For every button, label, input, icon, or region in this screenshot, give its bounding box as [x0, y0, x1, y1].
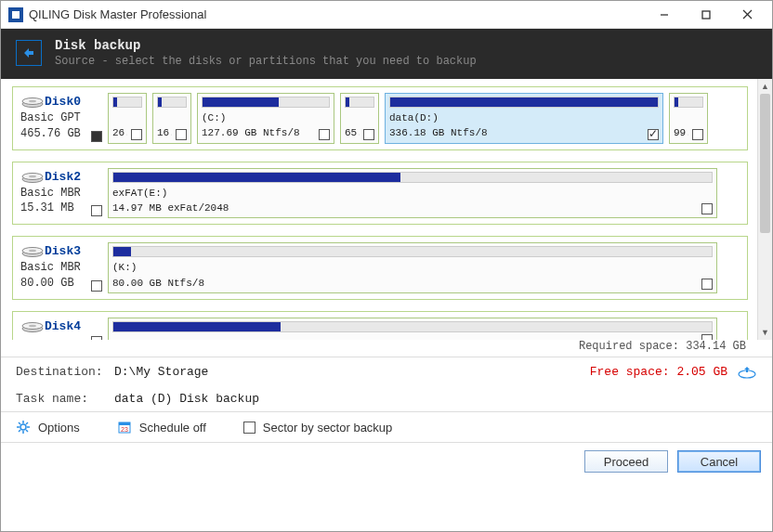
- gear-icon: [16, 420, 31, 435]
- destination-path[interactable]: D:\My Storage: [114, 365, 581, 379]
- partition-footer: 16.: [157, 127, 187, 139]
- disk-capacity: 80.00 GB: [20, 276, 102, 292]
- partition-row: (K:)80.00 GB Ntfs/8: [108, 242, 741, 293]
- partition[interactable]: 99.: [669, 93, 708, 144]
- sector-label: Sector by sector backup: [263, 421, 392, 435]
- disk-block: Disk3Basic MBR80.00 GB(K:)80.00 GB Ntfs/…: [12, 236, 748, 300]
- partition-checkbox[interactable]: [131, 129, 142, 140]
- svg-point-13: [29, 250, 36, 253]
- partition[interactable]: exFAT(E:)14.97 MB exFat/2048: [108, 168, 717, 219]
- partition-checkbox[interactable]: [701, 279, 713, 290]
- app-icon: [8, 7, 23, 22]
- disk-label-column: Disk2Basic MBR15.31 MB: [19, 168, 102, 219]
- partition-footer: 80.00 GB Ntfs/8: [112, 278, 713, 290]
- backup-icon: [16, 40, 42, 66]
- svg-line-23: [19, 422, 20, 424]
- partition-label: exFAT(E:): [112, 188, 713, 200]
- usage-bar: [112, 246, 713, 257]
- required-space-row: Required space: 334.14 GB: [1, 340, 757, 357]
- usage-bar: [112, 97, 142, 108]
- partition-label: (K:): [112, 262, 713, 274]
- schedule-button[interactable]: 23 Schedule off: [117, 420, 206, 435]
- vertical-scrollbar[interactable]: ▲ ▼: [757, 79, 772, 340]
- partition[interactable]: 65.: [340, 93, 379, 144]
- svg-text:23: 23: [121, 426, 128, 433]
- destination-label: Destination:: [16, 365, 105, 379]
- disk-icon: [20, 97, 45, 110]
- proceed-button[interactable]: Proceed: [584, 450, 668, 473]
- partition-size: 336.18 GB Ntfs/8: [389, 127, 488, 139]
- partition-size: 16.: [157, 127, 172, 139]
- partition-label: data(D:): [389, 112, 659, 124]
- usage-bar: [389, 97, 659, 108]
- page-header: Disk backup Source - select the disks or…: [1, 29, 772, 79]
- disk-block: Disk4: [12, 311, 748, 340]
- partition-checkbox[interactable]: [701, 203, 713, 214]
- scroll-up-arrow[interactable]: ▲: [758, 79, 772, 94]
- disk-label-column: Disk4: [19, 318, 102, 340]
- titlebar: QILING Disk Master Professional: [1, 1, 772, 29]
- partition-size: 14.97 MB exFat/2048: [112, 202, 229, 214]
- partition[interactable]: 26.: [108, 93, 147, 144]
- disk-list-panel: Disk0Basic GPT465.76 GB26.16.(C:)127.69 …: [1, 79, 772, 357]
- partition[interactable]: (K:)80.00 GB Ntfs/8: [108, 242, 717, 293]
- usage-bar: [674, 97, 703, 108]
- partition-checkbox[interactable]: [363, 129, 374, 140]
- destination-row: Destination: D:\My Storage Free space: 2…: [1, 357, 772, 384]
- partition-footer: 127.69 GB Ntfs/8: [202, 127, 330, 139]
- partition[interactable]: [108, 318, 717, 340]
- close-button[interactable]: [727, 2, 768, 28]
- required-space-value: 334.14 GB: [686, 340, 746, 353]
- disk-icon: [20, 173, 45, 186]
- disk-list: Disk0Basic GPT465.76 GB26.16.(C:)127.69 …: [1, 79, 757, 340]
- disk-capacity: 465.76 GB: [20, 126, 102, 142]
- maximize-button[interactable]: [685, 2, 727, 28]
- scroll-down-arrow[interactable]: ▼: [758, 325, 772, 340]
- partition-checkbox[interactable]: [319, 129, 330, 140]
- disk-name: Disk4: [45, 319, 81, 333]
- required-space-label: Required space:: [579, 340, 679, 353]
- partition-row: 26.16.(C:)127.69 GB Ntfs/865.data(D:)336…: [108, 93, 741, 144]
- disk-type: Basic MBR: [20, 186, 102, 201]
- free-space: Free space: 2.05 GB: [590, 365, 727, 379]
- partition-size: 127.69 GB Ntfs/8: [202, 127, 300, 139]
- partition-checkbox[interactable]: [176, 129, 187, 140]
- partition-footer: 14.97 MB exFat/2048: [112, 202, 713, 214]
- disk-icon: [20, 322, 45, 335]
- disk-checkbox[interactable]: [91, 205, 102, 216]
- partition-row: exFAT(E:)14.97 MB exFat/2048: [108, 168, 741, 219]
- partition-size: 65.: [345, 127, 360, 139]
- sector-checkbox[interactable]: [243, 422, 255, 434]
- task-name-row: Task name: data (D) Disk backup: [1, 384, 772, 411]
- svg-rect-28: [119, 422, 130, 425]
- disk-label-column: Disk3Basic MBR80.00 GB: [19, 242, 102, 293]
- minimize-button[interactable]: [643, 2, 685, 28]
- partition[interactable]: (C:)127.69 GB Ntfs/8: [197, 93, 334, 144]
- partition-checkbox[interactable]: [692, 129, 703, 140]
- partition-size: 99.: [674, 127, 688, 139]
- disk-name: Disk3: [45, 244, 81, 258]
- options-bar: Options 23 Schedule off Sector by sector…: [1, 411, 772, 442]
- disk-icon: [20, 247, 45, 260]
- usage-bar: [202, 97, 330, 108]
- svg-point-10: [29, 175, 36, 177]
- disk-block: Disk0Basic GPT465.76 GB26.16.(C:)127.69 …: [12, 86, 748, 150]
- options-button[interactable]: Options: [16, 420, 80, 435]
- svg-line-24: [26, 430, 28, 432]
- svg-line-26: [19, 430, 20, 432]
- sector-by-sector-option[interactable]: Sector by sector backup: [243, 421, 392, 435]
- task-name-value[interactable]: data (D) Disk backup: [114, 392, 757, 406]
- partition-checkbox[interactable]: [648, 129, 659, 140]
- cancel-button[interactable]: Cancel: [677, 450, 761, 473]
- partition[interactable]: 16.: [152, 93, 191, 144]
- partition[interactable]: data(D:)336.18 GB Ntfs/8: [385, 93, 663, 144]
- browse-destination-icon[interactable]: [737, 366, 757, 379]
- disk-type: Basic GPT: [20, 110, 102, 126]
- scroll-thumb[interactable]: [760, 94, 770, 233]
- svg-line-25: [26, 422, 28, 424]
- partition-footer: 99.: [674, 127, 703, 139]
- disk-checkbox[interactable]: [91, 131, 102, 142]
- disk-checkbox[interactable]: [91, 280, 102, 292]
- svg-point-18: [20, 424, 26, 430]
- partition-label: (C:): [202, 112, 330, 124]
